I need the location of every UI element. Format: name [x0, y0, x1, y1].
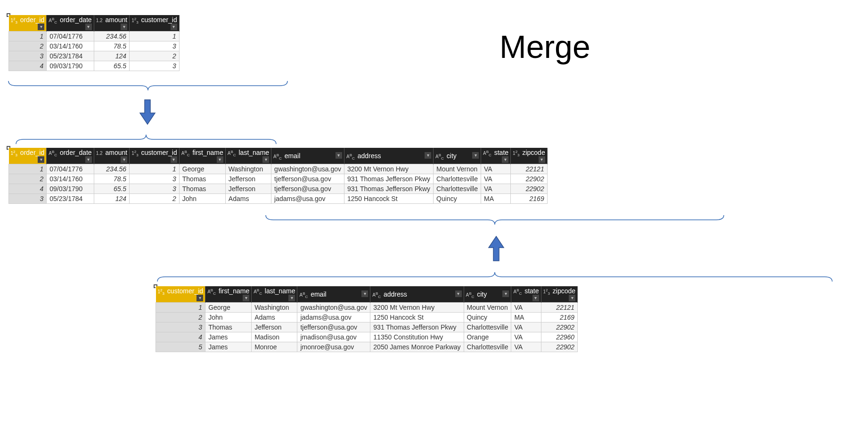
cell-amount[interactable]: 65.5 — [94, 61, 130, 71]
cell-address[interactable]: 11350 Constitution Hwy — [370, 332, 464, 342]
cell-address[interactable]: 1250 Hancock St — [344, 194, 433, 204]
cell-zipcode[interactable]: 22902 — [541, 342, 578, 352]
cell-city[interactable]: Quincy — [464, 313, 511, 322]
dropdown-icon[interactable]: ▾ — [121, 156, 127, 163]
cell-order_date[interactable]: 03/14/1760 — [47, 174, 94, 184]
cell-first_name[interactable]: Thomas — [179, 184, 225, 194]
cell-zipcode[interactable]: 2169 — [541, 313, 578, 322]
cell-state[interactable]: VA — [511, 303, 541, 313]
column-header-customer_id[interactable]: 123 customer_id▾ — [156, 286, 205, 303]
cell-order_date[interactable]: 09/03/1790 — [47, 184, 94, 194]
dropdown-icon[interactable]: ▾ — [38, 156, 44, 163]
column-header-city[interactable]: ABC city▾ — [464, 286, 511, 303]
cell-last_name[interactable]: Adams — [225, 194, 271, 204]
table-row[interactable]: 305/23/17841242 — [9, 51, 180, 61]
dropdown-icon[interactable]: ▾ — [171, 156, 177, 163]
cell-address[interactable]: 3200 Mt Vernon Hwy — [370, 303, 464, 313]
cell-order_id[interactable]: 3 — [9, 194, 47, 204]
cell-state[interactable]: VA — [511, 332, 541, 342]
cell-amount[interactable]: 234.56 — [94, 32, 130, 41]
cell-city[interactable]: Mount Vernon — [434, 164, 481, 174]
cell-first_name[interactable]: John — [179, 194, 225, 204]
table-row[interactable]: 203/14/176078.53ThomasJeffersontjefferso… — [9, 174, 548, 184]
column-header-order_date[interactable]: ABC order_date▾ — [47, 148, 94, 164]
column-header-first_name[interactable]: ABC first_name▾ — [179, 148, 225, 164]
cell-first_name[interactable]: John — [205, 313, 252, 322]
column-header-customer_id[interactable]: 123 customer_id▾ — [130, 148, 180, 164]
cell-amount[interactable]: 124 — [94, 194, 130, 204]
cell-customer_id[interactable]: 2 — [156, 313, 205, 322]
cell-address[interactable]: 931 Thomas Jefferson Pkwy — [370, 322, 464, 332]
cell-last_name[interactable]: Adams — [252, 313, 297, 322]
cell-state[interactable]: VA — [481, 164, 511, 174]
dropdown-icon[interactable]: ▾ — [262, 156, 269, 163]
cell-order_date[interactable]: 03/14/1760 — [47, 41, 94, 51]
dropdown-icon[interactable]: ▾ — [425, 152, 431, 159]
cell-email[interactable]: jmadison@usa.gov — [297, 332, 370, 342]
dropdown-icon[interactable]: ▾ — [85, 156, 92, 163]
table-row[interactable]: 305/23/17841242JohnAdamsjadams@usa.gov12… — [9, 194, 548, 204]
cell-order_id[interactable]: 2 — [9, 174, 47, 184]
cell-address[interactable]: 2050 James Monroe Parkway — [370, 342, 464, 352]
cell-customer_id[interactable]: 1 — [156, 303, 205, 313]
cell-order_date[interactable]: 07/04/1776 — [47, 164, 94, 174]
cell-state[interactable]: VA — [511, 342, 541, 352]
column-header-first_name[interactable]: ABC first_name▾ — [205, 286, 252, 303]
cell-address[interactable]: 1250 Hancock St — [370, 313, 464, 322]
column-header-city[interactable]: ABC city▾ — [434, 148, 481, 164]
table-row[interactable]: 409/03/179065.53 — [9, 61, 180, 71]
table-row[interactable]: 2JohnAdamsjadams@usa.gov1250 Hancock StQ… — [156, 313, 578, 322]
dropdown-icon[interactable]: ▾ — [472, 152, 479, 159]
column-header-amount[interactable]: 1.2 amount▾ — [94, 15, 130, 32]
cell-amount[interactable]: 234.56 — [94, 164, 130, 174]
dropdown-icon[interactable]: ▾ — [361, 290, 368, 297]
cell-first_name[interactable]: George — [205, 303, 252, 313]
column-header-order_id[interactable]: 123 order_id▾ — [9, 148, 47, 164]
table-row[interactable]: 3ThomasJeffersontjefferson@usa.gov931 Th… — [156, 322, 578, 332]
cell-last_name[interactable]: Jefferson — [225, 174, 271, 184]
dropdown-icon[interactable]: ▾ — [336, 152, 342, 159]
dropdown-icon[interactable]: ▾ — [539, 156, 545, 163]
cell-address[interactable]: 3200 Mt Vernon Hwy — [344, 164, 433, 174]
cell-amount[interactable]: 78.5 — [94, 41, 130, 51]
cell-city[interactable]: Quincy — [434, 194, 481, 204]
cell-last_name[interactable]: Jefferson — [252, 322, 297, 332]
cell-customer_id[interactable]: 3 — [130, 184, 180, 194]
cell-customer_id[interactable]: 3 — [156, 322, 205, 332]
cell-state[interactable]: VA — [511, 322, 541, 332]
cell-last_name[interactable]: Jefferson — [225, 184, 271, 194]
cell-order_date[interactable]: 09/03/1790 — [47, 61, 94, 71]
cell-address[interactable]: 931 Thomas Jefferson Pkwy — [344, 174, 433, 184]
cell-zipcode[interactable]: 22960 — [541, 332, 578, 342]
dropdown-icon[interactable]: ▾ — [455, 290, 462, 297]
dropdown-icon[interactable]: ▾ — [121, 24, 127, 30]
table-row[interactable]: 1GeorgeWashingtongwashington@usa.gov3200… — [156, 303, 578, 313]
dropdown-icon[interactable]: ▾ — [288, 295, 295, 301]
cell-last_name[interactable]: Madison — [252, 332, 297, 342]
cell-first_name[interactable]: Thomas — [205, 322, 252, 332]
cell-zipcode[interactable]: 22902 — [511, 184, 548, 194]
table-row[interactable]: 107/04/1776234.561 — [9, 32, 180, 41]
cell-amount[interactable]: 78.5 — [94, 174, 130, 184]
table-row[interactable]: 4JamesMadisonjmadison@usa.gov11350 Const… — [156, 332, 578, 342]
dropdown-icon[interactable]: ▾ — [38, 24, 44, 30]
column-header-state[interactable]: ABC state▾ — [481, 148, 511, 164]
cell-email[interactable]: jadams@usa.gov — [297, 313, 370, 322]
cell-email[interactable]: gwashington@usa.gov — [297, 303, 370, 313]
cell-order_id[interactable]: 3 — [9, 51, 47, 61]
column-header-order_id[interactable]: 123 order_id▾ — [9, 15, 47, 32]
column-header-amount[interactable]: 1.2 amount▾ — [94, 148, 130, 164]
cell-order_id[interactable]: 4 — [9, 61, 47, 71]
cell-customer_id[interactable]: 3 — [130, 174, 180, 184]
table-row[interactable]: 5JamesMonroejmonroe@usa.gov2050 James Mo… — [156, 342, 578, 352]
cell-zipcode[interactable]: 22902 — [511, 174, 548, 184]
cell-email[interactable]: tjefferson@usa.gov — [271, 184, 344, 194]
table-row[interactable]: 409/03/179065.53ThomasJeffersontjefferso… — [9, 184, 548, 194]
cell-city[interactable]: Charlottesville — [434, 174, 481, 184]
cell-customer_id[interactable]: 4 — [156, 332, 205, 342]
cell-order_id[interactable]: 4 — [9, 184, 47, 194]
cell-customer_id[interactable]: 3 — [130, 61, 180, 71]
cell-order_id[interactable]: 2 — [9, 41, 47, 51]
dropdown-icon[interactable]: ▾ — [197, 295, 203, 301]
column-header-address[interactable]: ABC address▾ — [370, 286, 464, 303]
